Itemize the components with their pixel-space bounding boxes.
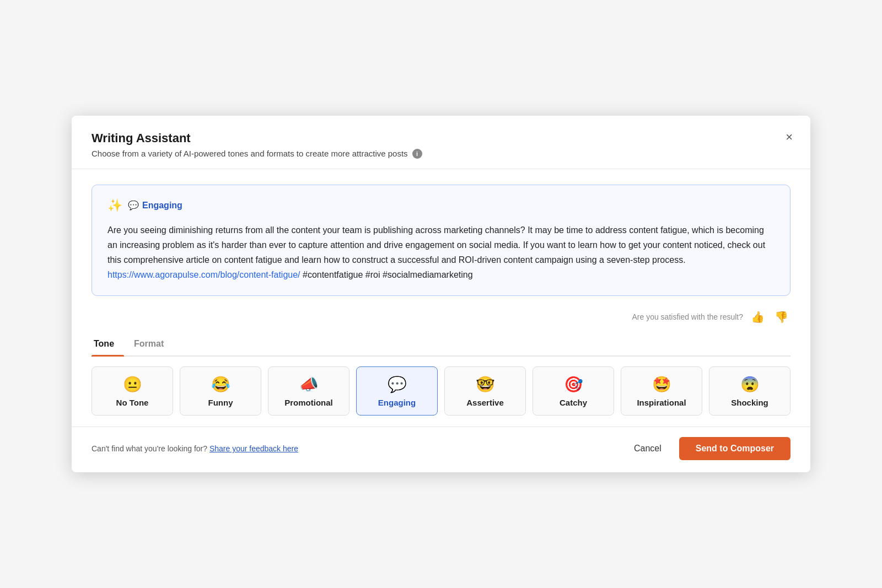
tab-format[interactable]: Format [132,335,174,355]
modal-title: Writing Assistant [92,131,790,145]
tone-emoji-inspirational: 🤩 [652,377,671,392]
feedback-label: Are you satisfied with the result? [632,312,743,321]
thumbs-up-icon: 👍 [751,311,765,323]
tone-emoji-no-tone: 😐 [123,377,142,392]
thumbs-down-button[interactable]: 👎 [772,309,790,325]
tone-label-funny: Funny [208,398,233,407]
thumbs-down-icon: 👎 [775,311,788,323]
send-to-composer-button[interactable]: Send to Composer [679,437,790,460]
result-hashtags: #contentfatigue #roi #socialmediamarketi… [300,270,473,279]
tone-card-catchy[interactable]: 🎯Catchy [533,366,614,416]
result-card: ✨ 💬 Engaging Are you seeing diminishing … [92,185,790,296]
info-icon[interactable]: i [412,149,422,159]
feedback-row: Are you satisfied with the result? 👍 👎 [92,304,790,335]
tone-emoji-promotional: 📣 [299,377,319,392]
wand-icon: ✨ [107,198,122,213]
tone-card-inspirational[interactable]: 🤩Inspirational [621,366,702,416]
tone-emoji-shocking: 😨 [740,377,760,392]
result-body-text: Are you seeing diminishing returns from … [107,223,775,283]
result-body: Are you seeing diminishing returns from … [107,225,765,265]
writing-assistant-modal: Writing Assistant Choose from a variety … [72,116,810,473]
tone-label-promotional: Promotional [284,398,333,407]
tone-card-funny[interactable]: 😂Funny [180,366,261,416]
tone-label-engaging: Engaging [378,398,416,407]
result-link[interactable]: https://www.agorapulse.com/blog/content-… [107,270,300,279]
modal-footer: Can't find what you're looking for? Shar… [72,427,810,472]
tabs-row: Tone Format [92,335,790,357]
tone-label-shocking: Shocking [731,398,768,407]
tab-tone[interactable]: Tone [92,335,124,355]
tone-emoji-funny: 😂 [211,377,230,392]
modal-subtitle: Choose from a variety of AI-powered tone… [92,149,790,159]
tone-card-shocking[interactable]: 😨Shocking [709,366,790,416]
result-card-header: ✨ 💬 Engaging [107,198,775,213]
footer-actions: Cancel Send to Composer [624,437,790,460]
tone-label-inspirational: Inspirational [637,398,686,407]
tone-grid: 😐No Tone😂Funny📣Promotional💬Engaging🤓Asse… [92,366,790,421]
tone-card-engaging[interactable]: 💬Engaging [356,366,438,416]
modal-header: Writing Assistant Choose from a variety … [72,116,810,169]
feedback-link[interactable]: Share your feedback here [209,444,298,453]
tone-emoji-assertive: 🤓 [476,377,495,392]
subtitle-text: Choose from a variety of AI-powered tone… [92,149,408,158]
tone-emoji-catchy: 🎯 [564,377,583,392]
tone-badge-emoji: 💬 [128,200,139,211]
tone-card-no-tone[interactable]: 😐No Tone [92,366,173,416]
tone-label-catchy: Catchy [560,398,587,407]
cancel-button[interactable]: Cancel [624,438,671,459]
tone-label-assertive: Assertive [466,398,504,407]
modal-body: ✨ 💬 Engaging Are you seeing diminishing … [72,169,810,422]
footer-cant-find: Can't find what you're looking for? Shar… [92,444,298,453]
close-button[interactable]: × [783,129,795,145]
tone-card-assertive[interactable]: 🤓Assertive [444,366,526,416]
thumbs-up-button[interactable]: 👍 [749,309,767,325]
tone-emoji-engaging: 💬 [388,377,407,392]
tone-badge: 💬 Engaging [128,200,182,211]
tone-badge-label: Engaging [142,201,182,211]
tone-label-no-tone: No Tone [116,398,149,407]
tone-card-promotional[interactable]: 📣Promotional [268,366,349,416]
cant-find-text: Can't find what you're looking for? [92,444,207,453]
